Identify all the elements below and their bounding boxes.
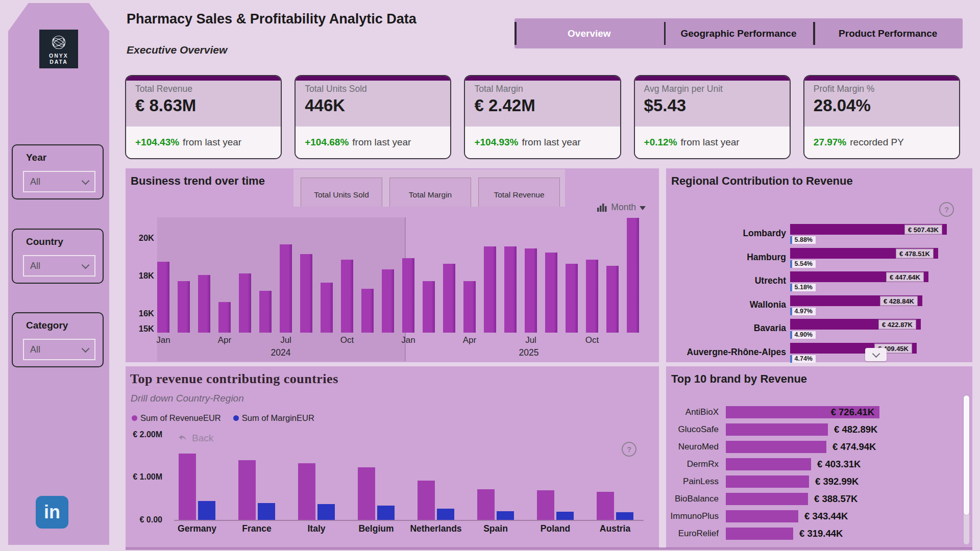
revenue-bar[interactable] <box>477 489 495 520</box>
trend-bar[interactable] <box>382 269 394 333</box>
brand-row[interactable]: EuroRelief€ 319.44K <box>666 528 972 540</box>
back-label: Back <box>192 433 213 444</box>
trend-bar[interactable] <box>300 254 312 333</box>
brand-bar[interactable] <box>726 458 811 470</box>
region-bar[interactable]: € 409.45K <box>790 343 917 354</box>
trend-bar[interactable] <box>545 253 557 333</box>
margin-bar[interactable] <box>198 501 215 520</box>
country-group[interactable] <box>179 454 215 520</box>
regional-row[interactable]: Wallonia€ 428.84K4.97% <box>666 295 972 319</box>
tab-geographic-performance[interactable]: Geographic Performance <box>664 18 814 48</box>
country-group[interactable] <box>418 481 454 520</box>
margin-bar[interactable] <box>497 511 514 520</box>
trend-bar[interactable] <box>566 264 578 333</box>
brand-row[interactable]: PainLess€ 392.99K <box>666 475 972 488</box>
linkedin-icon[interactable]: in <box>36 496 68 529</box>
region-bar[interactable]: € 422.87K <box>790 319 921 330</box>
revenue-bar[interactable] <box>358 467 375 520</box>
brand-row[interactable]: NeuroMed€ 474.94K <box>666 441 972 453</box>
trend-bar[interactable] <box>402 258 414 333</box>
brand-row[interactable]: BioBalance€ 388.57K <box>666 493 972 505</box>
brand-bar[interactable] <box>726 528 793 540</box>
tab-overview[interactable]: Overview <box>514 18 664 48</box>
regional-row[interactable]: Hamburg€ 478.51K5.54% <box>666 248 972 271</box>
trend-bar[interactable] <box>484 246 496 333</box>
brand-row[interactable]: AntiBioX€ 726.41K <box>666 406 972 418</box>
trend-bar[interactable] <box>463 281 476 333</box>
brand-bar[interactable] <box>726 493 808 505</box>
region-bar[interactable]: € 507.43K <box>790 224 947 235</box>
margin-bar[interactable] <box>556 512 574 520</box>
revenue-bar[interactable] <box>418 481 435 520</box>
region-bar[interactable]: € 428.84K <box>790 295 922 306</box>
revenue-bar[interactable] <box>597 492 614 520</box>
regional-row[interactable]: Auvergne-Rhône-Alpes€ 409.45K4.74% <box>666 343 972 366</box>
country-group[interactable] <box>238 460 275 520</box>
trend-bar[interactable] <box>586 260 598 333</box>
trend-bar[interactable] <box>361 289 374 333</box>
trend-bar[interactable] <box>525 248 537 333</box>
brand-row[interactable]: DermRx€ 403.31K <box>666 458 972 470</box>
revenue-bar[interactable] <box>537 490 554 520</box>
page-subtitle: Executive Overview <box>127 44 227 56</box>
country-group[interactable] <box>358 467 395 520</box>
regional-row[interactable]: Utrecht€ 447.64K5.18% <box>666 271 972 295</box>
margin-bar[interactable] <box>437 509 454 520</box>
brand-bar[interactable] <box>726 441 826 453</box>
tab-product-performance[interactable]: Product Performance <box>813 18 963 48</box>
legend-item-revenue[interactable]: Sum of RevenueEUR <box>132 413 221 423</box>
brand-row[interactable]: GlucoSafe€ 482.89K <box>666 423 972 436</box>
trend-bar[interactable] <box>606 266 619 333</box>
filter-country: Country All <box>12 229 104 284</box>
toggle-total-units-sold[interactable]: Total Units Sold <box>301 178 382 207</box>
filter-country-dropdown[interactable]: All <box>23 255 95 277</box>
brand-row[interactable]: ImmunoPlus€ 343.44K <box>666 510 972 522</box>
trend-bar[interactable] <box>198 275 210 333</box>
toggle-total-revenue[interactable]: Total Revenue <box>478 178 560 207</box>
margin-bar[interactable] <box>317 504 335 520</box>
help-icon[interactable]: ? <box>622 442 636 457</box>
trend-bar[interactable] <box>280 244 292 333</box>
trend-bar[interactable] <box>423 281 435 333</box>
country-group[interactable] <box>298 463 335 520</box>
legend-item-margin[interactable]: Sum of MarginEUR <box>233 413 314 423</box>
month-granularity-selector[interactable]: Month <box>597 202 646 213</box>
margin-bar[interactable] <box>377 506 395 520</box>
trend-bar[interactable] <box>321 283 333 333</box>
margin-bar[interactable] <box>258 503 275 520</box>
toggle-total-margin[interactable]: Total Margin <box>389 178 471 207</box>
trend-bar[interactable] <box>504 246 517 333</box>
country-group[interactable] <box>597 492 633 520</box>
trend-bar[interactable] <box>443 264 455 333</box>
scroll-down-button[interactable] <box>865 348 887 361</box>
country-group[interactable] <box>537 490 574 520</box>
brand-bar[interactable] <box>726 423 828 436</box>
filter-category-dropdown[interactable]: All <box>23 339 95 360</box>
drill-up-back-button[interactable]: Back <box>177 433 213 444</box>
regional-row[interactable]: Bavaria€ 422.87K4.90% <box>666 319 972 342</box>
trend-bar[interactable] <box>259 291 272 333</box>
help-icon[interactable]: ? <box>939 202 954 217</box>
country-group[interactable] <box>477 489 514 520</box>
trend-bar[interactable] <box>341 260 353 333</box>
brand-bar[interactable] <box>726 475 809 488</box>
revenue-bar[interactable] <box>238 460 256 520</box>
brand-bar[interactable] <box>726 510 798 522</box>
regional-row[interactable]: Lombardy€ 507.43K5.88% <box>666 224 972 247</box>
revenue-bar[interactable] <box>298 463 315 520</box>
trend-bar[interactable] <box>178 281 190 333</box>
brand-label: EuroRelief <box>666 529 719 539</box>
trend-bar[interactable] <box>218 302 231 333</box>
trend-bar[interactable] <box>239 273 251 333</box>
region-value-label: € 507.43K <box>904 224 942 234</box>
trend-bar[interactable] <box>627 218 639 333</box>
kpi-change: +104.93% <box>474 137 518 148</box>
margin-bar[interactable] <box>616 512 633 520</box>
scrollbar-thumb[interactable] <box>964 395 969 515</box>
dashboard: ONYX DATA Year All Country All Category … <box>0 0 980 551</box>
filter-year-dropdown[interactable]: All <box>23 171 95 192</box>
region-bar[interactable]: € 447.64K <box>790 271 928 282</box>
revenue-bar[interactable] <box>179 454 196 520</box>
region-bar[interactable]: € 478.51K <box>790 248 938 259</box>
trend-bar[interactable] <box>157 262 169 333</box>
